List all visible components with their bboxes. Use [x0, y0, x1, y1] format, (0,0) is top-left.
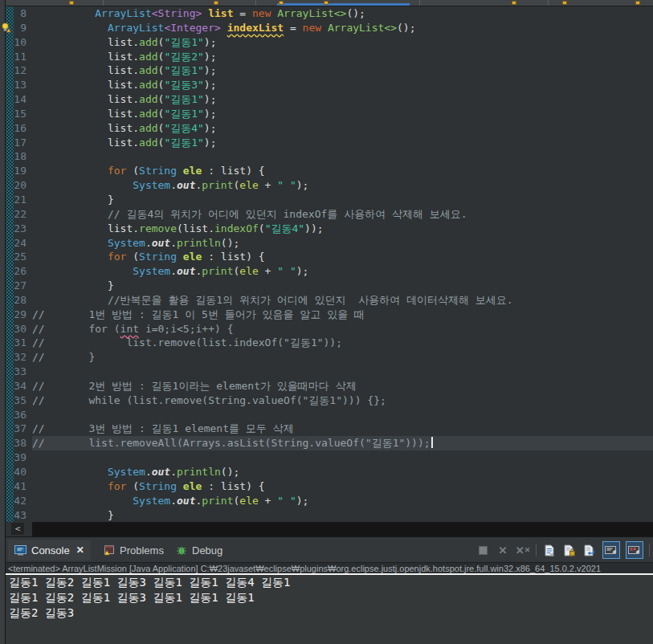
- code-line[interactable]: 31// list.remove(list.indexOf("길동1"));: [5, 336, 653, 350]
- code-line[interactable]: 13 list.add("길동3");: [5, 78, 653, 92]
- code-token-pln: [32, 7, 95, 19]
- show-console-stderr-toggle[interactable]: [626, 541, 643, 559]
- code-token-met: indexOf: [214, 222, 259, 234]
- code-line[interactable]: 21 }: [5, 193, 653, 207]
- code-token-met: println: [177, 466, 221, 478]
- code-line[interactable]: 10 list.add("길동1");: [5, 35, 653, 50]
- quick-diff-ruler[interactable]: [5, 6, 14, 522]
- code-token-type: System: [133, 265, 170, 277]
- code-line[interactable]: 40 System.out.println();: [5, 465, 653, 479]
- breadcrumb-separator: [548, 0, 549, 6]
- code-line[interactable]: 41 for (String ele : list) {: [5, 479, 653, 494]
- clear-console-button[interactable]: [542, 543, 557, 557]
- code-line[interactable]: 9 ArrayList<Integer> indexList = new Arr…: [5, 21, 653, 35]
- code-line[interactable]: 18: [5, 149, 653, 164]
- editor-horizontal-scrollbar[interactable]: <: [5, 522, 653, 536]
- code-text: list.add("길동1");: [32, 92, 653, 107]
- code-line[interactable]: 28 //반복문을 활용 길동1의 위치가 어디에 있던지 사용하여 데이터삭제…: [5, 293, 653, 308]
- code-token-pln: list.: [108, 64, 139, 76]
- breadcrumb-class-icon: [635, 1, 640, 5]
- code-line[interactable]: 17 list.add("길동1");: [5, 136, 653, 150]
- code-token-com: //반복문을 활용 길동1의 위치가 어디에 있던지 사용하여 데이터삭제해 보…: [108, 294, 513, 306]
- code-token-type: ArrayList: [95, 7, 151, 19]
- code-token-met: add: [139, 108, 157, 120]
- code-line[interactable]: 23 list.remove(list.indexOf("길동4"));: [5, 222, 653, 236]
- code-line[interactable]: 24 System.out.println();: [5, 236, 653, 251]
- word-wrap-button[interactable]: [582, 543, 597, 557]
- warning-lightbulb-icon[interactable]: [1, 22, 11, 33]
- code-token-pln: ();: [221, 237, 239, 249]
- code-text: list.add("길동3");: [32, 78, 653, 92]
- code-line[interactable]: 43 }: [5, 508, 653, 523]
- code-text: System.out.println();: [32, 465, 653, 479]
- terminate-button[interactable]: [475, 543, 490, 557]
- code-line[interactable]: 8 ArrayList<String> list = new ArrayList…: [5, 6, 653, 21]
- code-token-pln: +: [259, 179, 277, 191]
- code-line[interactable]: 25 for (String ele : list) {: [5, 250, 653, 264]
- console-output-line: 길동1 길동2 길동1 길동3 길동1 길동1 길동4 길동1: [5, 575, 653, 590]
- code-line[interactable]: 19 for (String ele : list) {: [5, 164, 653, 178]
- code-token-pln: [32, 222, 108, 234]
- code-token-pln: list.: [108, 93, 139, 105]
- show-console-stdout-toggle[interactable]: [602, 541, 620, 559]
- code-token-type: String: [139, 165, 177, 177]
- code-line[interactable]: 30// for (int i=0;i<5;i++) {: [5, 322, 653, 336]
- code-line[interactable]: 34// 2번 방법 : 길동1이라는 element가 있을때마다 삭제: [5, 379, 653, 393]
- code-line[interactable]: 27 }: [5, 279, 653, 293]
- code-line[interactable]: 37// 3번 방법 : 길동1 element를 모두 삭제: [5, 422, 653, 436]
- code-token-pln: [177, 251, 183, 263]
- code-token-met: print: [202, 179, 233, 191]
- code-token-com: // list.remove(list.indexOf("길동1"));: [32, 336, 342, 348]
- console-output-area[interactable]: 길동1 길동2 길동1 길동3 길동1 길동1 길동4 길동1길동1 길동2 길…: [5, 573, 653, 644]
- tab-console[interactable]: Console ✕: [8, 540, 91, 560]
- code-line[interactable]: 22 // 길동4의 위치가 어디에 있던지 indexOf를 사용하여 삭제해…: [5, 207, 653, 222]
- code-token-met: println: [177, 237, 221, 249]
- remove-all-terminated-button[interactable]: ✕✕: [516, 543, 530, 557]
- code-token-out: out: [177, 495, 195, 507]
- code-line[interactable]: 26 System.out.print(ele + " ");: [5, 264, 653, 279]
- code-token-new: new: [252, 7, 271, 19]
- scrollbar-track[interactable]: [32, 522, 653, 536]
- tab-problems[interactable]: Problems: [97, 540, 170, 560]
- code-line[interactable]: 38// list.removeAll(Arrays.asList(String…: [5, 436, 653, 450]
- code-token-pln: ();: [221, 466, 239, 478]
- tab-debug[interactable]: Debug: [169, 540, 229, 560]
- code-line[interactable]: 39: [5, 450, 653, 465]
- code-line[interactable]: 33: [5, 365, 653, 379]
- code-line[interactable]: 16 list.add("길동4");: [5, 121, 653, 136]
- java-code-editor[interactable]: 8 ArrayList<String> list = new ArrayList…: [5, 6, 653, 522]
- code-token-met: add: [139, 122, 157, 134]
- code-token-kw: for: [108, 480, 126, 492]
- scroll-left-arrow[interactable]: <: [11, 523, 24, 535]
- console-tab-bar: Console ✕ Problems Debug: [5, 537, 653, 562]
- code-line[interactable]: 29// 1번 방법 : 길동1 이 5번 들어가 있음을 알고 있을 때: [5, 308, 653, 322]
- code-line[interactable]: 42 System.out.print(ele + " ");: [5, 494, 653, 508]
- breadcrumb-class-icon: [562, 1, 567, 5]
- close-icon[interactable]: ✕: [76, 544, 84, 556]
- code-text: // }: [32, 350, 653, 365]
- code-token-met: add: [139, 36, 157, 48]
- code-token-pln: [32, 64, 108, 76]
- code-line[interactable]: 32// }: [5, 350, 653, 365]
- code-token-pln: list: [221, 480, 246, 492]
- toolbar-separator: [649, 544, 650, 556]
- code-token-pln: [177, 165, 183, 177]
- code-token-str: "길동1": [164, 64, 203, 76]
- code-line[interactable]: 14 list.add("길동1");: [5, 92, 653, 107]
- code-line[interactable]: 11 list.add("길동2");: [5, 50, 653, 64]
- code-token-pln: +: [259, 265, 277, 277]
- code-token-pln: [32, 265, 133, 277]
- code-token-pln: ));: [304, 222, 323, 234]
- code-line[interactable]: 12 list.add("길동1");: [5, 63, 653, 78]
- remove-launch-button[interactable]: ✕: [496, 543, 510, 557]
- code-line[interactable]: 35// while (list.remove(String.valueOf("…: [5, 393, 653, 408]
- code-token-str: " ": [277, 495, 296, 507]
- code-line[interactable]: 20 System.out.print(ele + " ");: [5, 178, 653, 193]
- terminated-status-text: <terminated> ArrayListMission [Java Appl…: [5, 563, 653, 574]
- code-line[interactable]: 15 list.add("길동1");: [5, 107, 653, 121]
- code-lines[interactable]: 8 ArrayList<String> list = new ArrayList…: [5, 6, 653, 522]
- code-line[interactable]: 36: [5, 408, 653, 422]
- code-token-kw: for: [108, 251, 126, 263]
- scroll-lock-button[interactable]: [562, 543, 577, 557]
- code-token-new: new: [303, 22, 321, 34]
